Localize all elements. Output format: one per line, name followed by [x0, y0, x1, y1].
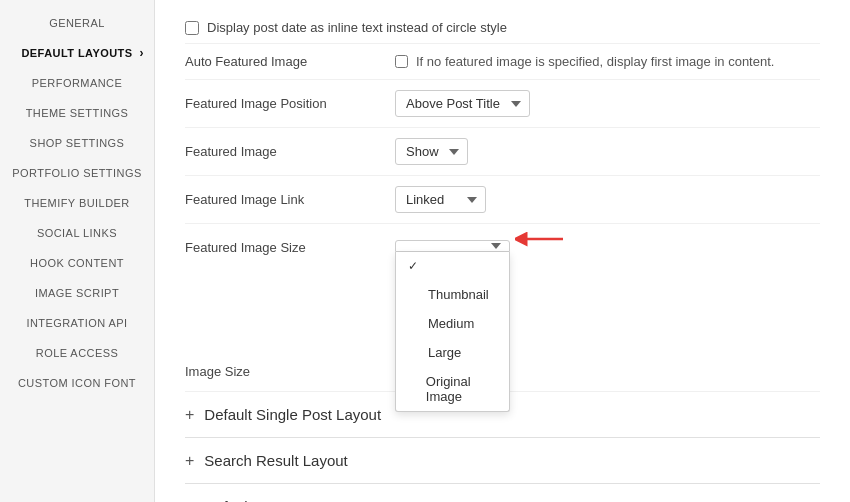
- sidebar-item-performance[interactable]: PERFORMANCE: [0, 68, 154, 98]
- collapsible-default-page[interactable]: + Default Page Layout: [185, 484, 820, 502]
- dropdown-item-thumbnail[interactable]: Thumbnail: [396, 280, 509, 309]
- sidebar-item-integration-api[interactable]: INTEGRATION API: [0, 308, 154, 338]
- featured-image-position-control: Above Post Title Below Post Title None: [395, 90, 820, 117]
- auto-featured-checkbox[interactable]: [395, 55, 408, 68]
- sidebar-item-role-access[interactable]: ROLE ACCESS: [0, 338, 154, 368]
- sidebar-item-image-script[interactable]: IMAGE SCRIPT: [0, 278, 154, 308]
- featured-image-link-row: Featured Image Link Linked Unlinked: [185, 176, 820, 224]
- sidebar-item-general[interactable]: GENERAL: [0, 8, 154, 38]
- sidebar-item-theme-settings[interactable]: THEME SETTINGS: [0, 98, 154, 128]
- featured-image-size-list: ✓ Thumbnail Medium Large Original: [395, 252, 510, 412]
- plus-icon: +: [185, 407, 194, 423]
- featured-image-label: Featured Image: [185, 138, 395, 159]
- dropdown-item-large[interactable]: Large: [396, 338, 509, 367]
- dropdown-item-thumbnail-label: Thumbnail: [428, 287, 489, 302]
- plus-icon: +: [185, 499, 194, 503]
- dropdown-item-blank[interactable]: ✓: [396, 252, 509, 280]
- collapsible-title-default-page: Default Page Layout: [204, 498, 340, 502]
- dropdown-item-medium[interactable]: Medium: [396, 309, 509, 338]
- featured-image-link-control: Linked Unlinked: [395, 186, 820, 213]
- featured-image-row: Featured Image Show Hide: [185, 128, 820, 176]
- sidebar: GENERALDEFAULT LAYOUTS›PERFORMANCETHEME …: [0, 0, 155, 502]
- display-post-date-checkbox[interactable]: [185, 21, 199, 35]
- display-post-date-text: Display post date as inline text instead…: [207, 20, 507, 35]
- featured-image-size-dropdown-wrapper: ✓ Thumbnail Medium Large Original: [395, 234, 510, 252]
- featured-image-control: Show Hide: [395, 138, 820, 165]
- display-post-date-row: Display post date as inline text instead…: [185, 12, 820, 44]
- auto-featured-control: If no featured image is specified, displ…: [395, 54, 774, 69]
- main-content: Display post date as inline text instead…: [155, 0, 850, 502]
- dropdown-item-original[interactable]: Original Image: [396, 367, 509, 411]
- sidebar-item-portfolio-settings[interactable]: PORTFOLIO SETTINGS: [0, 158, 154, 188]
- auto-featured-label: Auto Featured Image: [185, 54, 395, 69]
- dropdown-item-medium-label: Medium: [428, 316, 474, 331]
- red-arrow-indicator: [515, 224, 565, 257]
- featured-image-position-label: Featured Image Position: [185, 90, 395, 111]
- sidebar-item-hook-content[interactable]: HOOK CONTENT: [0, 248, 154, 278]
- collapsible-title-search-result: Search Result Layout: [204, 452, 347, 469]
- collapsible-title-default-single-post: Default Single Post Layout: [204, 406, 381, 423]
- red-arrow-svg: [515, 224, 565, 254]
- featured-image-link-label: Featured Image Link: [185, 186, 395, 207]
- checkmark-icon: ✓: [408, 259, 418, 273]
- featured-image-size-row: Featured Image Size ✓ Thumbnail Medium: [185, 224, 820, 268]
- sidebar-item-custom-icon-font[interactable]: CUSTOM ICON FONT: [0, 368, 154, 398]
- featured-image-position-select[interactable]: Above Post Title Below Post Title None: [395, 90, 530, 117]
- sidebar-item-themify-builder[interactable]: THEMIFY BUILDER: [0, 188, 154, 218]
- plus-icon: +: [185, 453, 194, 469]
- featured-image-size-control: ✓ Thumbnail Medium Large Original: [395, 234, 820, 252]
- featured-image-link-select[interactable]: Linked Unlinked: [395, 186, 486, 213]
- collapsible-search-result[interactable]: + Search Result Layout: [185, 438, 820, 484]
- dropdown-item-large-label: Large: [428, 345, 461, 360]
- display-post-date-label[interactable]: Display post date as inline text instead…: [185, 20, 820, 35]
- sidebar-item-default-layouts[interactable]: DEFAULT LAYOUTS›: [0, 38, 154, 68]
- sidebar-item-shop-settings[interactable]: SHOP SETTINGS: [0, 128, 154, 158]
- sidebar-item-social-links[interactable]: SOCIAL LINKS: [0, 218, 154, 248]
- image-size-label: Image Size: [185, 358, 395, 379]
- featured-image-position-row: Featured Image Position Above Post Title…: [185, 80, 820, 128]
- chevron-right-icon: ›: [140, 46, 144, 60]
- dropdown-item-original-label: Original Image: [426, 374, 497, 404]
- auto-featured-description: If no featured image is specified, displ…: [416, 54, 774, 69]
- featured-image-size-label: Featured Image Size: [185, 234, 395, 255]
- featured-image-size-trigger[interactable]: [395, 240, 510, 252]
- featured-image-select[interactable]: Show Hide: [395, 138, 468, 165]
- auto-featured-row: Auto Featured Image If no featured image…: [185, 44, 820, 80]
